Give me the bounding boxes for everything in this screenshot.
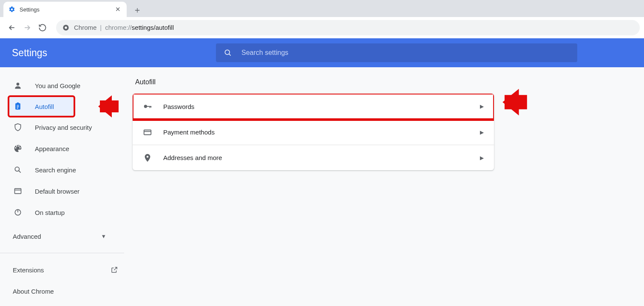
browser-tab-settings[interactable]: Settings ✕ — [3, 2, 127, 17]
clipboard-icon — [13, 101, 23, 112]
sidebar-link-extensions[interactable]: Extensions — [0, 259, 133, 280]
new-tab-button[interactable]: ＋ — [130, 3, 145, 17]
search-settings[interactable] — [216, 43, 577, 62]
sidebar-link-about[interactable]: About Chrome — [0, 280, 133, 302]
sidebar-item-label: About Chrome — [13, 288, 54, 295]
sidebar-item-label: Autofill — [35, 103, 54, 110]
settings-sidebar: You and Google Autofill Privacy and secu… — [0, 67, 133, 306]
omnibox-app-label: Chrome — [74, 24, 96, 31]
svg-rect-12 — [147, 106, 151, 107]
autofill-row-payment[interactable]: Payment methods ▶ — [133, 119, 494, 145]
chevron-right-icon: ▶ — [480, 129, 484, 135]
sidebar-item-privacy[interactable]: Privacy and security — [0, 117, 119, 138]
search-icon — [13, 165, 23, 175]
svg-point-5 — [15, 167, 19, 171]
sidebar-item-search-engine[interactable]: Search engine — [0, 159, 119, 180]
key-icon — [143, 102, 152, 111]
section-heading-autofill: Autofill — [135, 78, 494, 86]
chrome-product-icon — [62, 24, 70, 31]
chevron-right-icon: ▶ — [480, 103, 484, 109]
row-label: Passwords — [163, 103, 480, 110]
svg-line-6 — [19, 171, 21, 173]
sidebar-item-label: You and Google — [35, 82, 80, 89]
credit-card-icon — [143, 128, 152, 137]
autofill-card: Passwords ▶ Payment methods ▶ — [133, 94, 494, 170]
svg-rect-14 — [150, 106, 151, 108]
sidebar-item-label: Advanced — [13, 233, 41, 240]
sidebar-divider — [0, 253, 124, 253]
settings-header: Settings — [0, 38, 644, 67]
back-button[interactable] — [4, 20, 20, 35]
settings-main: Autofill Passwords ▶ Payment methods — [133, 67, 644, 306]
svg-point-1 — [65, 26, 67, 29]
sidebar-item-appearance[interactable]: Appearance — [0, 138, 119, 159]
sidebar-item-on-startup[interactable]: On startup — [0, 202, 119, 223]
omnibox-url-scheme: chrome:// — [105, 24, 132, 31]
location-pin-icon — [143, 153, 152, 163]
browser-window-icon — [13, 186, 23, 196]
sidebar-item-you-and-google[interactable]: You and Google — [0, 75, 119, 96]
browser-toolbar: Chrome | chrome://settings/autofill — [0, 17, 644, 38]
svg-point-11 — [144, 105, 147, 108]
palette-icon — [13, 143, 23, 154]
page-title: Settings — [12, 47, 216, 59]
reload-button[interactable] — [35, 20, 50, 35]
forward-button[interactable] — [20, 20, 35, 35]
sidebar-item-label: Appearance — [35, 145, 69, 152]
row-label: Addresses and more — [163, 154, 480, 161]
sidebar-item-label: Default browser — [35, 188, 79, 195]
sidebar-item-default-browser[interactable]: Default browser — [0, 180, 119, 202]
svg-point-4 — [17, 83, 20, 86]
autofill-row-passwords[interactable]: Passwords ▶ — [133, 94, 494, 119]
annotation-arrow-icon — [100, 98, 130, 115]
sidebar-item-label: On startup — [35, 209, 65, 216]
svg-point-2 — [225, 50, 230, 54]
settings-content: You and Google Autofill Privacy and secu… — [0, 67, 644, 306]
row-label: Payment methods — [163, 129, 480, 136]
tab-title: Settings — [20, 6, 114, 13]
sidebar-item-advanced[interactable]: Advanced ▾ — [0, 226, 119, 247]
close-tab-icon[interactable]: ✕ — [114, 5, 122, 14]
search-input[interactable] — [241, 49, 570, 57]
sidebar-item-label: Search engine — [35, 166, 76, 174]
chevron-down-icon: ▾ — [102, 232, 105, 240]
shield-icon — [13, 122, 23, 132]
sidebar-item-label: Privacy and security — [35, 124, 92, 131]
svg-rect-15 — [144, 130, 151, 134]
browser-tabstrip: Settings ✕ ＋ — [0, 0, 644, 17]
sidebar-item-label: Extensions — [13, 266, 44, 274]
chevron-right-icon: ▶ — [480, 155, 484, 161]
sidebar-item-autofill[interactable]: Autofill — [9, 96, 74, 117]
svg-rect-7 — [15, 189, 21, 194]
omnibox-url-path: settings/autofill — [132, 24, 174, 31]
address-bar[interactable]: Chrome | chrome://settings/autofill — [56, 20, 640, 35]
omnibox-separator: | — [100, 24, 102, 31]
autofill-row-addresses[interactable]: Addresses and more ▶ — [133, 145, 494, 170]
svg-line-3 — [229, 54, 231, 56]
power-icon — [13, 207, 23, 217]
settings-gear-icon — [9, 6, 15, 13]
person-icon — [13, 80, 23, 91]
search-icon — [224, 49, 232, 57]
annotation-arrow-icon — [505, 92, 540, 112]
external-link-icon — [111, 266, 118, 274]
svg-rect-13 — [150, 106, 150, 108]
